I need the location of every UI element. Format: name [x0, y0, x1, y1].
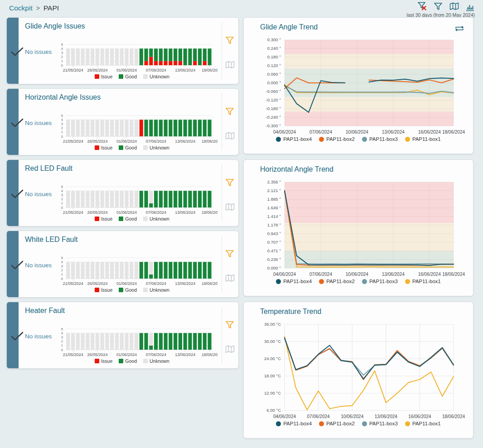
legend-swatch [276, 137, 281, 142]
legend-item: Good [119, 74, 137, 79]
filter-button[interactable] [433, 1, 443, 11]
svg-text:1: 1 [61, 343, 63, 347]
legend-item[interactable]: PAP11-box1 [405, 279, 441, 284]
legend-item: Issue [95, 74, 112, 79]
legend-swatch [319, 421, 324, 426]
svg-text:0: 0 [61, 63, 63, 67]
svg-text:12.00 °C: 12.00 °C [264, 390, 281, 395]
panel-map-button[interactable] [224, 130, 235, 141]
legend-label: PAP11-box3 [369, 279, 398, 284]
legend-label: Good [125, 358, 137, 364]
svg-text:0: 0 [61, 206, 63, 210]
filter-icon [433, 1, 443, 11]
legend-swatch [405, 137, 410, 142]
legend-item[interactable]: PAP11-box1 [405, 421, 441, 426]
legend-swatch [95, 288, 99, 292]
svg-text:24.00 °C: 24.00 °C [264, 356, 281, 361]
check-icon [10, 260, 24, 272]
legend-item[interactable]: PAP11-box4 [276, 279, 312, 284]
panel-title: Red LED Fault [25, 164, 72, 173]
top-bar: Cockpit > PAPI [0, 0, 483, 17]
svg-text:1.649 °: 1.649 ° [267, 205, 281, 210]
svg-text:4: 4 [61, 189, 63, 193]
svg-text:16/06/2024: 16/06/2024 [418, 130, 441, 135]
legend-label: PAP11-box2 [326, 279, 355, 284]
legend-item[interactable]: PAP11-box3 [362, 136, 398, 142]
legend-item[interactable]: PAP11-box4 [276, 136, 312, 142]
panel-filter-button[interactable] [224, 177, 235, 188]
legend-label: PAP11-box1 [412, 279, 441, 284]
legend-swatch [119, 74, 123, 79]
svg-text:0.000 °: 0.000 ° [267, 265, 281, 270]
svg-text:13/06/2024: 13/06/2024 [175, 68, 195, 72]
svg-text:13/06/2024: 13/06/2024 [175, 281, 195, 286]
panel-white-led-fault: White LED Fault No issues 54321021/05/20… [6, 231, 239, 298]
panel-map-button[interactable] [224, 59, 235, 70]
legend-item[interactable]: PAP11-box1 [405, 136, 441, 142]
svg-text:36.00 °C: 36.00 °C [264, 322, 281, 327]
compare-button[interactable] [454, 24, 465, 33]
filter-icon [225, 320, 235, 330]
svg-text:4: 4 [61, 260, 63, 264]
svg-text:0.236 °: 0.236 ° [267, 257, 281, 262]
svg-text:21/05/2024: 21/05/2024 [63, 68, 83, 72]
breadcrumb-current-page: PAPI [43, 4, 59, 12]
panel-divider [222, 93, 222, 150]
map-view-button[interactable] [449, 1, 459, 11]
svg-text:26/05/2024: 26/05/2024 [87, 352, 107, 357]
legend-item[interactable]: PAP11-box2 [319, 136, 355, 142]
legend-item[interactable]: PAP11-box2 [319, 279, 355, 284]
breadcrumb-cockpit-link[interactable]: Cockpit [9, 4, 33, 12]
filter-icon [225, 249, 235, 259]
legend-swatch [276, 279, 281, 284]
svg-text:2: 2 [61, 268, 63, 272]
chart-view-button[interactable] [465, 1, 475, 11]
legend-item: Issue [95, 287, 112, 293]
svg-text:13/06/2024: 13/06/2024 [375, 414, 397, 419]
legend-label: Unknown [150, 358, 169, 364]
legend-item: Good [119, 287, 137, 293]
panel-filter-button[interactable] [224, 35, 235, 46]
legend-item[interactable]: PAP11-box3 [362, 279, 398, 284]
panel-filter-button[interactable] [224, 106, 235, 117]
svg-text:2: 2 [61, 126, 63, 130]
panel-filter-button[interactable] [224, 248, 235, 259]
svg-text:21/05/2024: 21/05/2024 [63, 352, 83, 357]
legend-swatch [119, 217, 123, 221]
panel-title: Horizontal Angle Issues [25, 93, 101, 101]
legend-label: PAP11-box3 [369, 136, 398, 142]
legend-label: Unknown [150, 74, 169, 79]
legend-swatch [362, 421, 367, 426]
legend-item[interactable]: PAP11-box3 [362, 421, 398, 426]
svg-text:0.180 °: 0.180 ° [267, 54, 281, 59]
legend-swatch [276, 421, 281, 426]
svg-text:1: 1 [61, 201, 63, 205]
trend-line-chart: 2.356 °2.121 °1.885 °1.649 °1.414 °1.178… [247, 178, 460, 280]
svg-text:18/06/20: 18/06/20 [202, 68, 217, 72]
status-text: No issues [25, 191, 52, 198]
svg-text:07/06/2024: 07/06/2024 [309, 130, 332, 135]
svg-text:10/06/2024: 10/06/2024 [341, 414, 363, 419]
panel-glide-angle-trend: Glide Angle Trend 0.300 °0.240 °0.180 °0… [243, 17, 473, 154]
panel-map-button[interactable] [224, 202, 235, 212]
clear-filter-button[interactable] [417, 1, 427, 11]
map-icon [225, 273, 235, 283]
legend-item[interactable]: PAP11-box2 [319, 421, 355, 426]
svg-text:2: 2 [61, 55, 63, 59]
legend-label: Issue [101, 287, 112, 293]
svg-text:07/06/2024: 07/06/2024 [146, 68, 166, 72]
panel-filter-button[interactable] [224, 319, 235, 330]
legend-item: Issue [95, 358, 112, 364]
panel-title: Heater Fault [25, 307, 65, 315]
svg-text:3: 3 [61, 51, 63, 55]
panel-title: Temperature Trend [260, 308, 321, 316]
svg-text:18.00 °C: 18.00 °C [264, 373, 281, 378]
svg-text:2.121 °: 2.121 ° [267, 188, 281, 193]
status-text: No issues [25, 120, 52, 126]
legend-swatch [362, 279, 367, 284]
legend-item[interactable]: PAP11-box4 [276, 421, 312, 426]
svg-text:07/06/2024: 07/06/2024 [146, 210, 166, 215]
panel-map-button[interactable] [224, 344, 235, 355]
panel-map-button[interactable] [224, 273, 235, 284]
legend-item: Unknown [143, 145, 169, 150]
